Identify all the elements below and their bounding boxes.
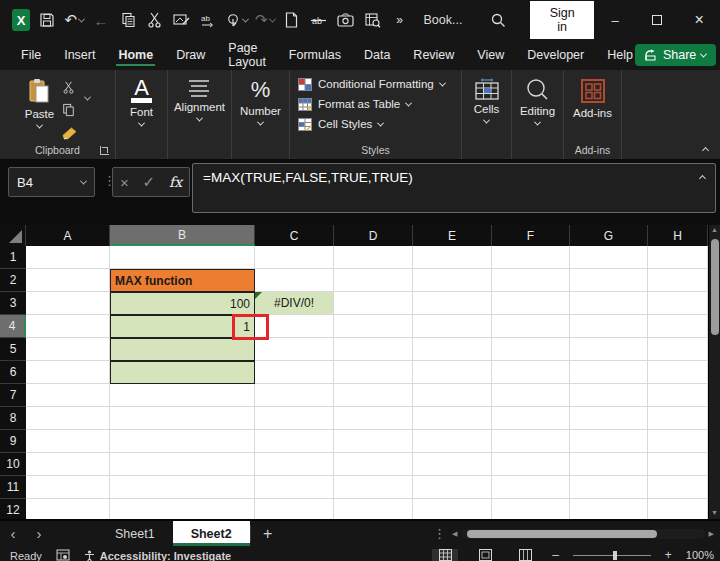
cell-H6[interactable] (648, 361, 708, 384)
cell-C11[interactable] (255, 476, 334, 499)
cell-B4[interactable]: 1 (110, 315, 255, 338)
formula-bar-expand-icon[interactable] (699, 175, 706, 182)
cell-F9[interactable] (492, 430, 570, 453)
cell-B6[interactable] (110, 361, 255, 384)
cell-G3[interactable] (570, 292, 648, 315)
paste-button[interactable]: Paste (25, 78, 54, 144)
cell-E9[interactable] (413, 430, 492, 453)
format-as-table-button[interactable]: Format as Table (298, 95, 411, 113)
cell-D9[interactable] (334, 430, 413, 453)
cell-D1[interactable] (334, 246, 413, 269)
copy-button[interactable] (62, 103, 77, 121)
page-layout-view-icon[interactable] (472, 549, 498, 561)
column-header-G[interactable]: G (570, 225, 648, 246)
sheet-nav-left-icon[interactable]: ‹ (0, 521, 26, 546)
cell-F7[interactable] (492, 384, 570, 407)
horizontal-scrollbar[interactable]: ◀ ▶ (452, 528, 714, 540)
conditional-formatting-button[interactable]: Conditional Formatting (298, 75, 445, 93)
addins-button[interactable]: Add-ins (573, 78, 612, 119)
tab-review[interactable]: Review (411, 44, 456, 66)
tab-home[interactable]: Home (116, 44, 155, 66)
cell-F8[interactable] (492, 407, 570, 430)
horizontal-scroll-thumb[interactable] (467, 530, 657, 538)
cell-D4[interactable] (334, 315, 413, 338)
find-replace-icon[interactable]: ab (199, 8, 219, 32)
cell-B5[interactable] (110, 338, 255, 361)
tab-developer[interactable]: Developer (525, 44, 586, 66)
cell-D3[interactable] (334, 292, 413, 315)
tab-data[interactable]: Data (362, 44, 392, 66)
new-file-icon[interactable] (282, 8, 302, 32)
clipboard-more-icon[interactable] (84, 94, 91, 101)
row-header-11[interactable]: 11 (0, 476, 26, 499)
tab-formulas[interactable]: Formulas (287, 44, 343, 66)
column-header-H[interactable]: H (648, 225, 708, 246)
cell-B2[interactable]: MAX function (110, 269, 255, 292)
tab-insert[interactable]: Insert (62, 44, 97, 66)
tab-page-layout[interactable]: Page Layout (226, 37, 268, 73)
save-icon[interactable] (37, 8, 57, 32)
cell-A11[interactable] (26, 476, 110, 499)
close-button[interactable]: × (678, 0, 720, 40)
cell-C8[interactable] (255, 407, 334, 430)
cell-E6[interactable] (413, 361, 492, 384)
cell-G9[interactable] (570, 430, 648, 453)
sheet-tab-sheet1[interactable]: Sheet1 (97, 521, 173, 546)
cell-G2[interactable] (570, 269, 648, 292)
row-header-5[interactable]: 5 (0, 338, 26, 361)
tab-draw[interactable]: Draw (174, 44, 207, 66)
cell-A3[interactable] (26, 292, 110, 315)
column-header-B[interactable]: B (110, 225, 255, 246)
column-header-C[interactable]: C (255, 225, 334, 246)
inspect-table-icon[interactable] (363, 8, 383, 32)
row-header-1[interactable]: 1 (0, 246, 26, 269)
cell-H2[interactable] (648, 269, 708, 292)
cell-G6[interactable] (570, 361, 648, 384)
cells-button[interactable]: Cells (474, 78, 500, 124)
cell-G7[interactable] (570, 384, 648, 407)
cell-C2[interactable] (255, 269, 334, 292)
cell-F2[interactable] (492, 269, 570, 292)
cell-H11[interactable] (648, 476, 708, 499)
cell-F3[interactable] (492, 292, 570, 315)
normal-view-icon[interactable] (432, 549, 458, 561)
collapse-ribbon-icon[interactable] (702, 147, 709, 154)
cancel-icon[interactable]: × (120, 174, 129, 191)
insert-function-icon[interactable]: fx (169, 174, 182, 190)
cell-G5[interactable] (570, 338, 648, 361)
cell-F12[interactable] (492, 499, 570, 519)
cut-icon[interactable] (145, 8, 165, 32)
cell-H8[interactable] (648, 407, 708, 430)
scroll-up-icon[interactable]: ▲ (711, 225, 718, 235)
strikethrough-icon[interactable]: ab (309, 8, 329, 32)
name-box[interactable]: B4 (8, 167, 95, 197)
row-header-3[interactable]: 3 (0, 292, 26, 315)
cut-button[interactable] (62, 80, 77, 98)
row-header-4[interactable]: 4 (0, 315, 26, 338)
cell-D12[interactable] (334, 499, 413, 519)
cell-H3[interactable] (648, 292, 708, 315)
touch-mode-dropdown-icon[interactable] (242, 15, 249, 22)
page-break-view-icon[interactable] (512, 549, 538, 561)
clipboard-dialog-launcher-icon[interactable] (100, 146, 109, 155)
copy-icon[interactable] (118, 8, 138, 32)
cell-D5[interactable] (334, 338, 413, 361)
cell-D8[interactable] (334, 407, 413, 430)
font-button[interactable]: A Font (130, 78, 153, 127)
sign-in-button[interactable]: Sign in (530, 1, 594, 39)
cell-B7[interactable] (110, 384, 255, 407)
cell-G10[interactable] (570, 453, 648, 476)
format-painter-button[interactable] (62, 126, 77, 144)
cell-H4[interactable] (648, 315, 708, 338)
cell-A10[interactable] (26, 453, 110, 476)
cell-A1[interactable] (26, 246, 110, 269)
row-header-10[interactable]: 10 (0, 453, 26, 476)
cell-A9[interactable] (26, 430, 110, 453)
cell-B10[interactable] (110, 453, 255, 476)
cell-D10[interactable] (334, 453, 413, 476)
cell-B11[interactable] (110, 476, 255, 499)
column-header-F[interactable]: F (492, 225, 570, 246)
cell-G8[interactable] (570, 407, 648, 430)
cell-C3[interactable]: #DIV/0! (255, 292, 334, 315)
zoom-out-button[interactable]: – (552, 548, 559, 561)
